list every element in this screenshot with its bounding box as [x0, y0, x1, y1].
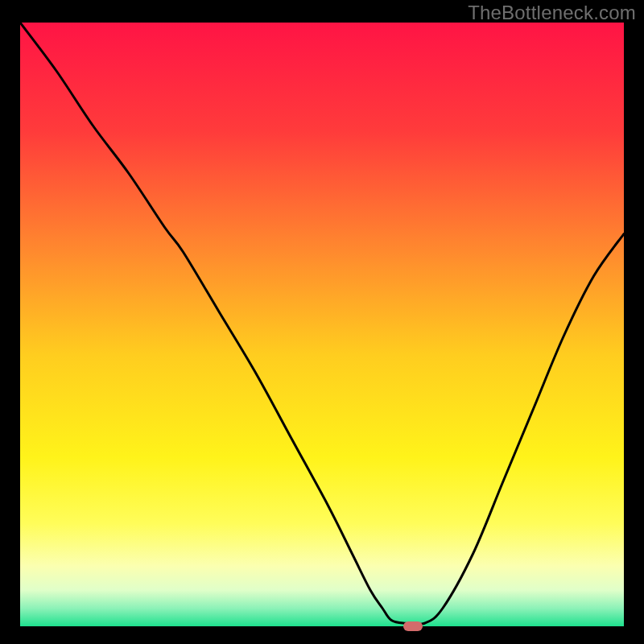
chart-svg — [20, 23, 624, 626]
gradient-background — [20, 23, 624, 626]
optimal-point-marker — [403, 621, 423, 631]
chart-frame: TheBottleneck.com — [0, 0, 644, 644]
plot-area — [20, 23, 624, 626]
watermark-text: TheBottleneck.com — [468, 2, 636, 24]
